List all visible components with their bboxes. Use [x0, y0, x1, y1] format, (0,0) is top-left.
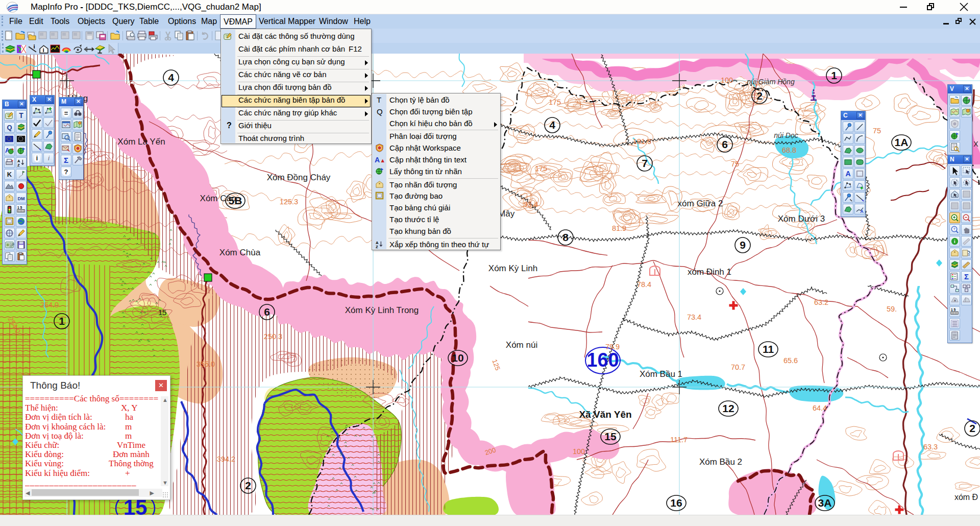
svg-text:100: 100	[573, 447, 585, 456]
svg-text:2: 2	[245, 480, 251, 491]
svg-text:73.4: 73.4	[687, 313, 701, 321]
svg-text:Xóm Chùa: Xóm Chùa	[219, 248, 261, 257]
svg-text:1: 1	[831, 69, 837, 81]
svg-text:2: 2	[969, 422, 975, 434]
svg-text:C@L: C@L	[10, 243, 15, 246]
svg-text:Xóm Dưới 3: Xóm Dưới 3	[778, 214, 825, 224]
svg-text:2: 2	[756, 90, 763, 102]
svg-text:15: 15	[158, 308, 167, 317]
svg-text:3A: 3A	[818, 497, 832, 509]
svg-text:5B: 5B	[229, 195, 242, 206]
svg-text:65.6: 65.6	[783, 356, 798, 365]
svg-text:xóm Giữa 2: xóm Giữa 2	[678, 199, 723, 208]
svg-text:75: 75	[873, 127, 881, 135]
svg-text:1 5: 1 5	[951, 308, 956, 312]
svg-text:▲: ▲	[953, 298, 957, 302]
svg-text:i: i	[954, 238, 955, 244]
svg-text:1A: 1A	[895, 136, 909, 148]
svg-text:254.0: 254.0	[40, 301, 59, 309]
svg-text:394.2: 394.2	[217, 455, 235, 463]
svg-text:63.2: 63.2	[814, 298, 828, 306]
svg-text:10: 10	[452, 352, 463, 364]
svg-text:7: 7	[642, 157, 648, 169]
svg-text:Z: Z	[17, 163, 20, 168]
svg-text:1: 1	[59, 315, 65, 327]
svg-text:núi Dọc: núi Dọc	[774, 131, 798, 139]
svg-text:11: 11	[763, 343, 774, 355]
svg-text:xóm Đinh 1: xóm Đinh 1	[688, 267, 731, 277]
svg-text:1 5: 1 5	[17, 206, 22, 209]
svg-text:250.3: 250.3	[264, 332, 282, 341]
svg-text:Xóm Kỳ Linh Trong: Xóm Kỳ Linh Trong	[345, 305, 419, 315]
svg-text:9: 9	[740, 239, 746, 251]
svg-text:i: i	[34, 43, 35, 50]
svg-text:5: 5	[968, 253, 970, 256]
svg-text:X: X	[973, 140, 978, 148]
svg-text:Xóm Bầu 1: Xóm Bầu 1	[640, 369, 682, 379]
svg-text:4: 4	[549, 119, 555, 131]
svg-text:175: 175	[549, 98, 561, 106]
svg-text:8: 8	[562, 231, 569, 243]
svg-text:Xóm Bầu 2: Xóm Bầu 2	[699, 457, 742, 467]
svg-text:181.6: 181.6	[633, 137, 651, 146]
svg-text:Xóm Đồng Cháy: Xóm Đồng Cháy	[267, 173, 331, 182]
svg-text:93.4: 93.4	[524, 200, 538, 208]
svg-text:?: ?	[953, 227, 955, 231]
svg-text:75: 75	[731, 160, 739, 168]
svg-text:4: 4	[168, 71, 174, 83]
svg-text:6: 6	[722, 138, 728, 150]
svg-text:78.4: 78.4	[637, 280, 651, 289]
svg-text:Xã Văn Yên: Xã Văn Yên	[579, 409, 631, 420]
svg-text:núi Giàm Hồng: núi Giàm Hồng	[747, 78, 795, 86]
svg-text:i: i	[42, 47, 44, 53]
svg-text:59.: 59.	[887, 305, 897, 313]
svg-text:Xóm núi: Xóm núi	[506, 340, 537, 350]
svg-text:12: 12	[722, 402, 734, 414]
svg-text:xóm Đ: xóm Đ	[954, 493, 978, 501]
svg-text:15: 15	[604, 431, 617, 442]
svg-text:64.4: 64.4	[813, 404, 827, 412]
svg-text:81.9: 81.9	[612, 224, 626, 232]
svg-text:6: 6	[264, 306, 270, 318]
svg-text:A: A	[860, 209, 863, 214]
svg-text:Z: Z	[376, 245, 378, 249]
svg-text:111.7: 111.7	[670, 436, 688, 444]
svg-text:68.8: 68.8	[782, 146, 796, 154]
svg-text:175: 175	[535, 164, 547, 173]
svg-text:16: 16	[670, 497, 682, 509]
svg-text:63.3: 63.3	[923, 443, 938, 451]
svg-text:355.0: 355.0	[197, 360, 215, 368]
svg-text:Xóm La Yến: Xóm La Yến	[117, 137, 165, 147]
svg-text:125.3: 125.3	[280, 198, 298, 206]
svg-text:Xóm Kỳ Linh: Xóm Kỳ Linh	[488, 264, 537, 273]
svg-text:70.7: 70.7	[731, 363, 745, 371]
svg-text:100: 100	[721, 76, 733, 84]
svg-text:160: 160	[586, 349, 619, 371]
svg-text:79.9: 79.9	[605, 343, 620, 351]
